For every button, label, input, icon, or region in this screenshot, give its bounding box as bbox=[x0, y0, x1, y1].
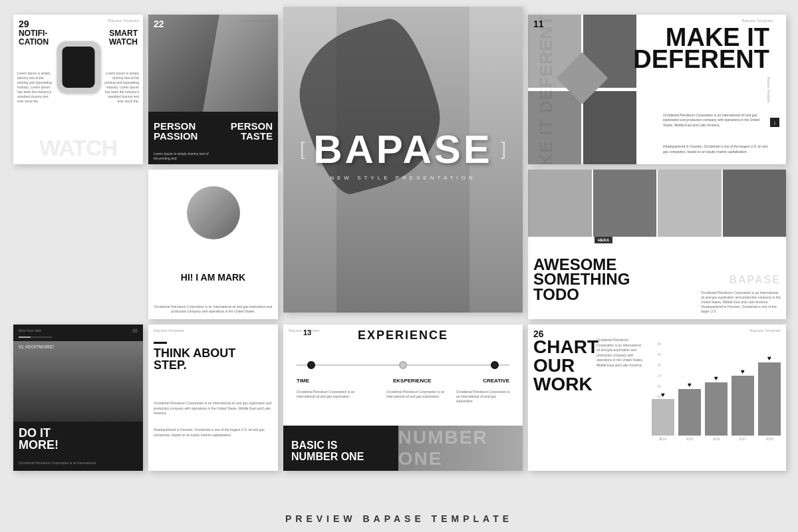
accent-line bbox=[154, 342, 167, 344]
canvas: 29 Bapase Template NOTIFI-CATION SMARTWA… bbox=[0, 0, 798, 532]
make-title: MAKE ITDEFERENT bbox=[633, 27, 769, 71]
number-one-bg: NUMBER ONE bbox=[398, 426, 523, 471]
body-text-2: Headquartered in Houston, Occidental is … bbox=[154, 428, 273, 438]
timeline-label-3: CREATIVE bbox=[483, 378, 509, 384]
sub-text: Occidental Petroleum Corporation is an I… bbox=[154, 305, 273, 314]
more-label: More than slide bbox=[19, 329, 41, 332]
bar-pin-2015: ♥ bbox=[688, 381, 692, 388]
slide-num: 13 bbox=[303, 329, 311, 336]
bar-year-2016: 2016 bbox=[712, 437, 720, 441]
bar-inner-2016: ♥ bbox=[705, 382, 728, 436]
timeline-bar bbox=[297, 364, 509, 366]
slide-num: 05 bbox=[132, 329, 138, 333]
doit-text: DO ITMORE! bbox=[19, 427, 59, 451]
bar-year-2018: 2018 bbox=[765, 437, 773, 441]
slide-num: 22 bbox=[154, 19, 164, 29]
taste-text: PERSONTASTE bbox=[231, 121, 273, 141]
person-photo bbox=[13, 341, 143, 422]
bar-year-2014: 2014 bbox=[659, 437, 666, 441]
timeline-body-2: Occidental Petroleum Corporation is an I… bbox=[386, 390, 446, 399]
bar-chart: ♥2014♥2015♥2016♥2017♥2018 bbox=[652, 342, 781, 441]
body-text-left: Lorem Ipsum is simply dummy text of the … bbox=[17, 71, 54, 104]
bg-word: WATCH bbox=[39, 135, 117, 161]
bar-pin-2018: ♥ bbox=[767, 354, 771, 362]
bar-2018: ♥2018 bbox=[758, 362, 781, 441]
bar-2016: ♥2016 bbox=[705, 382, 728, 441]
slide-chart[interactable]: 26 Bapase Template CHARTOURWORK Occident… bbox=[528, 325, 786, 471]
tag-text: 01 #DOITMORE! bbox=[19, 344, 55, 349]
passion-text: PERSONPASSION bbox=[154, 121, 198, 141]
bar-year-2015: 2015 bbox=[686, 437, 693, 441]
bapase-title-block: BAPASE NEW STYLE PRESENTATION bbox=[313, 126, 493, 181]
black-bar: BASIC ISNUMBER ONE bbox=[283, 426, 408, 471]
diagonal-text: MAKE IT DEFERENT bbox=[536, 15, 557, 164]
photo-2 bbox=[593, 170, 657, 237]
awesome-text: AWESOMESOMETHINGTODO bbox=[533, 257, 630, 303]
smart-watch-text: SMARTWATCH bbox=[109, 29, 138, 46]
body-text-right: Lorem Ipsum is simply dummy text of the … bbox=[102, 71, 139, 104]
number-one-text: NUMBER ONE bbox=[398, 427, 523, 469]
body-text-2: Headquartered in Houston, Occidental is … bbox=[663, 144, 769, 154]
bar-inner-2015: ♥ bbox=[678, 389, 701, 436]
timeline-label-1: TIME bbox=[297, 378, 309, 384]
bar-pin-2017: ♥ bbox=[741, 368, 745, 375]
slide-think-step[interactable]: Bapase Template THINK ABOUTSTEP. Occiden… bbox=[148, 325, 278, 471]
basic-text: BASIC ISNUMBER ONE bbox=[291, 440, 364, 463]
hera-label: HERA bbox=[595, 237, 612, 243]
progress-bar bbox=[19, 336, 52, 338]
template-label: Bapase Template bbox=[108, 19, 139, 23]
photo-4 bbox=[723, 170, 787, 237]
body-text: Occidental Petroleum Corporation is an I… bbox=[597, 338, 643, 368]
slide-make-deferent[interactable]: 11 Bapase Template MAKE ITDEFERENT MAKE … bbox=[528, 15, 786, 164]
timeline-body-1: Occidental Petroleum Corporation is an I… bbox=[297, 390, 356, 399]
bracket-right: ] bbox=[501, 138, 506, 160]
bapase-main-word: BAPASE bbox=[313, 126, 493, 172]
bapase-bg-text: BAPASE bbox=[730, 274, 781, 286]
sub-text: Occidental Petroleum Corporation is an I… bbox=[19, 461, 138, 466]
footer-label: PREVIEW BAPASE TEMPLATE bbox=[0, 513, 798, 524]
template-label: Bapase Template bbox=[742, 19, 773, 23]
bar-2017: ♥2017 bbox=[732, 376, 754, 441]
circle-photo bbox=[187, 186, 240, 239]
timeline-dot-2 bbox=[399, 361, 407, 369]
body-text: Occidental Petroleum Corporation is an I… bbox=[701, 291, 781, 314]
slide-awesome[interactable]: 4 Bapase Template HERA BAPASE AWESOMESOM… bbox=[528, 170, 786, 319]
side-label: Bapase Template bbox=[767, 76, 771, 102]
arrow-down-icon[interactable]: ↓ bbox=[770, 118, 779, 127]
chart-title: CHARTOURWORK bbox=[533, 338, 598, 394]
slide-do-it-more[interactable]: 05 More than slide 01 #DOITMORE! DO ITMO… bbox=[13, 325, 143, 471]
watch-screen bbox=[62, 47, 94, 88]
bapase-sub-word: NEW STYLE PRESENTATION bbox=[313, 175, 493, 181]
slide-bapase-center[interactable]: BAPASE NEW STYLE PRESENTATION [ ] bbox=[283, 7, 523, 313]
template-label: Bapase Template bbox=[243, 19, 274, 23]
photo-4 bbox=[583, 91, 636, 164]
bar-inner-2014: ♥ bbox=[652, 399, 674, 436]
notif-text: NOTIFI-CATION bbox=[19, 29, 49, 46]
slide-smartwatch[interactable]: 29 Bapase Template NOTIFI-CATION SMARTWA… bbox=[13, 15, 143, 164]
think-title: THINK ABOUTSTEP. bbox=[154, 347, 235, 371]
timeline-dot-3 bbox=[491, 361, 499, 369]
timeline-body-3: Occidental Petroleum Corporation is an I… bbox=[456, 390, 513, 404]
timeline-label-2: EKSPERIENCE bbox=[393, 378, 431, 384]
template-label: Bapase Template bbox=[750, 329, 781, 332]
bar-2014: ♥2014 bbox=[652, 399, 674, 441]
slide-hi-mark[interactable]: HI! I AM MARK Occidental Petroleum Corpo… bbox=[148, 170, 278, 319]
sub-text: Lorem Ipsum is simply dummy text of the … bbox=[154, 152, 213, 160]
slide-person-passion[interactable]: 22 Bapase Template PERSONPASSION PERSONT… bbox=[148, 15, 278, 164]
slide-experience[interactable]: Bapase Template 13 EXPERIENCE TIME EKSPE… bbox=[283, 325, 523, 471]
body-text-1: Occidental Petroleum Corporation is an I… bbox=[663, 113, 769, 128]
bar-inner-2018: ♥ bbox=[758, 362, 781, 436]
photos-row bbox=[528, 170, 786, 237]
timeline-dot-1 bbox=[307, 361, 315, 369]
photo-3 bbox=[658, 170, 722, 237]
slide-num: 29 bbox=[19, 19, 29, 29]
body-text-1: Occidental Petroleum Corporation is an I… bbox=[154, 401, 273, 416]
bar-pin-2016: ♥ bbox=[714, 374, 718, 382]
photo-1 bbox=[528, 170, 592, 237]
progress-fill bbox=[19, 336, 31, 338]
bracket-left: [ bbox=[300, 138, 305, 160]
bar-pin-2014: ♥ bbox=[661, 391, 665, 398]
bar-inner-2017: ♥ bbox=[732, 376, 754, 436]
watch-image bbox=[57, 41, 100, 93]
bar-2015: ♥2015 bbox=[678, 389, 701, 441]
